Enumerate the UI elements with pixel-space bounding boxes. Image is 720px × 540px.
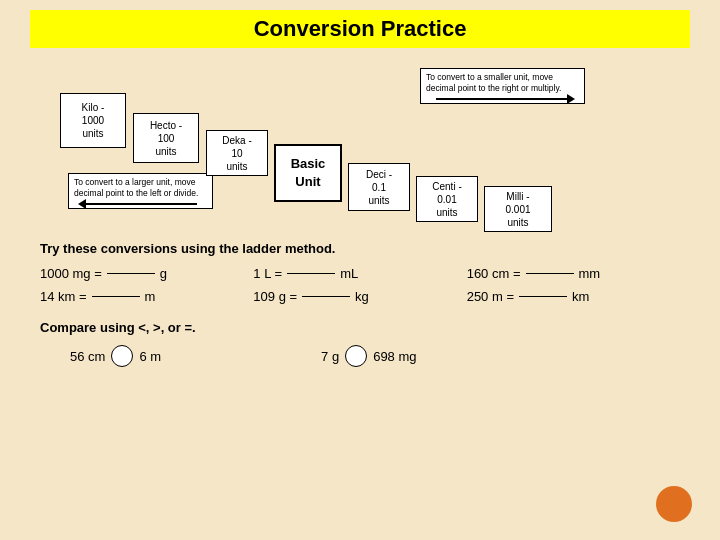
orange-circle-decoration xyxy=(656,486,692,522)
compare-row: 56 cm 6 m 7 g 698 mg xyxy=(40,345,680,367)
conversion-item-4: 14 km = m xyxy=(40,289,253,304)
compare-item-1: 56 cm 6 m xyxy=(70,345,161,367)
title-bar: Conversion Practice xyxy=(30,10,690,48)
compare-instruction: Compare using <, >, or =. xyxy=(40,320,680,335)
basic-unit-box: Basic Unit xyxy=(274,144,342,202)
blank-3 xyxy=(526,273,574,274)
conversion-item-3: 160 cm = mm xyxy=(467,266,680,281)
milli-box: Milli - 0.001 units xyxy=(484,186,552,232)
deka-box: Deka - 10 units xyxy=(206,130,268,176)
blank-4 xyxy=(92,296,140,297)
kilo-box: Kilo - 1000 units xyxy=(60,93,126,148)
page-container: Conversion Practice To convert to a smal… xyxy=(0,0,720,540)
centi-box: Centi - 0.01 units xyxy=(416,176,478,222)
compare-section: Compare using <, >, or =. 56 cm 6 m 7 g … xyxy=(40,320,680,367)
blank-2 xyxy=(287,273,335,274)
deci-box: Deci - 0.1 units xyxy=(348,163,410,211)
conversion-item-5: 109 g = kg xyxy=(253,289,466,304)
conversion-item-6: 250 m = km xyxy=(467,289,680,304)
compare-circle-1 xyxy=(111,345,133,367)
hecto-box: Hecto - 100 units xyxy=(133,113,199,163)
blank-1 xyxy=(107,273,155,274)
conversion-item-1: 1000 mg = g xyxy=(40,266,253,281)
practice-instruction: Try these conversions using the ladder m… xyxy=(40,241,680,256)
note-smaller: To convert to a smaller unit, move decim… xyxy=(420,68,585,104)
practice-section: Try these conversions using the ladder m… xyxy=(30,241,690,367)
conversion-item-2: 1 L = mL xyxy=(253,266,466,281)
blank-5 xyxy=(302,296,350,297)
compare-item-2: 7 g 698 mg xyxy=(321,345,416,367)
note-larger: To convert to a larger unit, move decima… xyxy=(68,173,213,209)
blank-6 xyxy=(519,296,567,297)
page-title: Conversion Practice xyxy=(30,16,690,42)
compare-circle-2 xyxy=(345,345,367,367)
ladder-diagram: To convert to a smaller unit, move decim… xyxy=(30,58,690,233)
conversions-grid: 1000 mg = g 1 L = mL 160 cm = mm 14 km =… xyxy=(40,266,680,304)
